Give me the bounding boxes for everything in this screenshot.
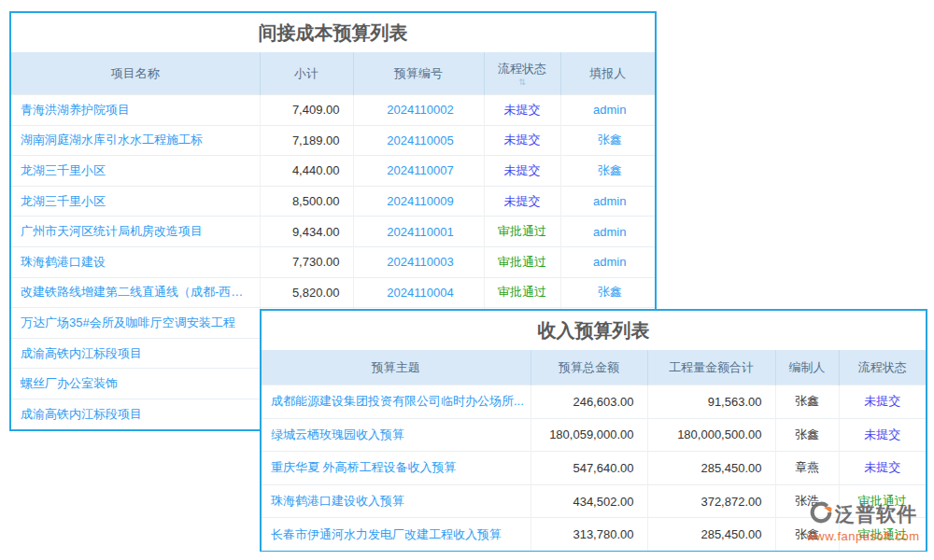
table-row: 改建铁路线增建第二线直通线（成都-西安）电...5,820.0020241100… — [11, 277, 655, 308]
quantity-amount-value: 285,450.00 — [647, 452, 775, 485]
table-row: 绿城云栖玫瑰园收入预算180,059,000.00180,000,500.00张… — [262, 418, 926, 452]
budget-no-link[interactable]: 2024110005 — [353, 125, 484, 156]
column-header: 小计 — [260, 52, 353, 95]
status-badge: 未提交 — [484, 186, 560, 217]
quantity-amount-value: 91,563.00 — [647, 385, 775, 419]
project-name-link[interactable]: 青海洪湖养护院项目 — [11, 95, 260, 126]
column-header-label: 流程状态 — [858, 359, 907, 376]
reporter-link[interactable]: admin — [560, 217, 655, 247]
subtotal-value: 4,440.00 — [260, 156, 353, 187]
status-badge: 未提交 — [839, 418, 926, 452]
quantity-amount-value: 372,872.00 — [647, 484, 775, 518]
column-header: 预算主题 — [262, 350, 531, 385]
status-badge: 审批通过 — [484, 217, 560, 247]
project-name-link[interactable]: 改建铁路线增建第二线直通线（成都-西安）电... — [11, 277, 260, 308]
subtotal-value: 7,730.00 — [260, 246, 353, 277]
reporter-link[interactable]: admin — [560, 186, 655, 217]
column-header-label: 预算总金额 — [559, 359, 619, 376]
status-badge: 未提交 — [484, 125, 560, 156]
status-badge: 审批通过 — [484, 277, 560, 308]
compiler-name: 张浩 — [775, 484, 839, 518]
budget-subject-link[interactable]: 珠海鹤港口建设收入预算 — [262, 484, 531, 518]
indirect-cost-table-title: 间接成本预算列表 — [11, 13, 655, 52]
income-table-title: 收入预算列表 — [262, 311, 926, 350]
project-name-link[interactable]: 广州市天河区统计局机房改造项目 — [11, 217, 260, 247]
table-row: 青海洪湖养护院项目7,409.002024110002未提交admin — [11, 95, 655, 126]
column-header-label: 预算主题 — [372, 359, 420, 376]
table-row: 重庆华夏 外高桥工程设备收入预算547,640.00285,450.00章燕未提… — [262, 452, 926, 485]
project-name-link[interactable]: 螺丝厂办公室装饰 — [11, 369, 260, 399]
budget-no-link[interactable]: 2024110009 — [353, 186, 484, 217]
reporter-link[interactable]: 张鑫 — [560, 156, 655, 187]
total-amount-value: 246,603.00 — [531, 385, 647, 419]
column-header: 填报人 — [560, 52, 655, 95]
budget-subject-link[interactable]: 绿城云栖玫瑰园收入预算 — [262, 418, 531, 452]
compiler-name: 张鑫 — [775, 418, 839, 452]
status-badge: 审批通过 — [839, 518, 926, 551]
budget-no-link[interactable]: 2024110007 — [353, 156, 484, 187]
project-name-link[interactable]: 龙湖三千里小区 — [11, 186, 260, 217]
column-header: 工程量金额合计 — [647, 350, 775, 385]
status-badge: 审批通过 — [484, 246, 560, 277]
project-name-link[interactable]: 成渝高铁内江标段项目 — [11, 338, 260, 369]
project-name-link[interactable]: 万达广场35#会所及咖啡厅空调安装工程 — [11, 308, 260, 339]
table-row: 龙湖三千里小区8,500.002024110009未提交admin — [11, 186, 655, 217]
column-header-label: 编制人 — [789, 359, 826, 376]
column-header: 预算编号 — [353, 52, 484, 95]
column-header: 编制人 — [775, 350, 839, 385]
budget-subject-link[interactable]: 长春市伊通河水力发电厂改建工程收入预算 — [262, 518, 531, 551]
total-amount-value: 180,059,000.00 — [531, 418, 647, 452]
subtotal-value: 8,500.00 — [260, 186, 353, 217]
column-header-label: 工程量金额合计 — [669, 359, 754, 376]
project-name-link[interactable]: 龙湖三千里小区 — [11, 156, 260, 187]
header-row: 预算主题预算总金额工程量金额合计编制人流程状态 — [262, 350, 926, 385]
budget-subject-link[interactable]: 成都能源建设集团投资有限公司临时办公场所... — [262, 385, 531, 419]
status-badge: 未提交 — [484, 156, 560, 187]
budget-no-link[interactable]: 2024110001 — [353, 217, 484, 247]
budget-no-link[interactable]: 2024110002 — [353, 95, 484, 126]
project-name-link[interactable]: 成渝高铁内江标段项目 — [11, 399, 260, 428]
subtotal-value: 7,409.00 — [260, 95, 353, 126]
project-name-link[interactable]: 珠海鹤港口建设 — [11, 246, 260, 277]
total-amount-value: 434,502.00 — [531, 484, 647, 518]
status-badge: 未提交 — [839, 452, 926, 485]
column-header[interactable]: 流程状态⇅ — [484, 52, 560, 95]
table-row: 珠海鹤港口建设7,730.002024110003审批通过admin — [11, 246, 655, 277]
reporter-link[interactable]: admin — [560, 246, 655, 277]
quantity-amount-value: 285,450.00 — [647, 518, 775, 551]
table-row: 长春市伊通河水力发电厂改建工程收入预算313,780.00285,450.00张… — [262, 518, 926, 551]
column-header-label: 小计 — [294, 65, 318, 82]
header-row: 项目名称小计预算编号流程状态⇅填报人 — [11, 52, 655, 95]
sort-icon[interactable]: ⇅ — [485, 78, 560, 87]
table-row: 广州市天河区统计局机房改造项目9,434.002024110001审批通过adm… — [11, 217, 655, 247]
total-amount-value: 313,780.00 — [531, 518, 647, 551]
column-header: 预算总金额 — [531, 350, 647, 385]
project-name-link[interactable]: 湖南洞庭湖水库引水水工程施工标 — [11, 125, 260, 156]
income-grid: 预算主题预算总金额工程量金额合计编制人流程状态 成都能源建设集团投资有限公司临时… — [262, 350, 926, 551]
budget-subject-link[interactable]: 重庆华夏 外高桥工程设备收入预算 — [262, 452, 531, 485]
compiler-name: 章燕 — [775, 452, 839, 485]
reporter-link[interactable]: 张鑫 — [560, 277, 655, 308]
budget-no-link[interactable]: 2024110003 — [353, 246, 484, 277]
table-row: 珠海鹤港口建设收入预算434,502.00372,872.00张浩审批通过 — [262, 484, 926, 518]
subtotal-value: 9,434.00 — [260, 217, 353, 247]
table-row: 成都能源建设集团投资有限公司临时办公场所...246,603.0091,563.… — [262, 385, 926, 419]
column-header-label: 项目名称 — [111, 65, 160, 82]
status-badge: 未提交 — [839, 385, 926, 419]
column-header-label: 预算编号 — [394, 65, 443, 82]
subtotal-value: 5,820.00 — [260, 277, 353, 308]
income-table: 收入预算列表 预算主题预算总金额工程量金额合计编制人流程状态 成都能源建设集团投… — [260, 309, 927, 552]
status-badge: 审批通过 — [839, 484, 926, 518]
budget-no-link[interactable]: 2024110004 — [353, 277, 484, 308]
status-badge: 未提交 — [484, 95, 560, 126]
column-header-label: 流程状态 — [498, 61, 546, 77]
total-amount-value: 547,640.00 — [531, 452, 647, 485]
table-row: 湖南洞庭湖水库引水水工程施工标7,189.002024110005未提交张鑫 — [11, 125, 655, 156]
reporter-link[interactable]: 张鑫 — [560, 125, 655, 156]
column-header: 项目名称 — [11, 52, 260, 95]
table-row: 龙湖三千里小区4,440.002024110007未提交张鑫 — [11, 156, 655, 187]
quantity-amount-value: 180,000,500.00 — [647, 418, 775, 452]
compiler-name: 张鑫 — [775, 385, 839, 419]
reporter-link[interactable]: admin — [560, 95, 655, 126]
subtotal-value: 7,189.00 — [260, 125, 353, 156]
